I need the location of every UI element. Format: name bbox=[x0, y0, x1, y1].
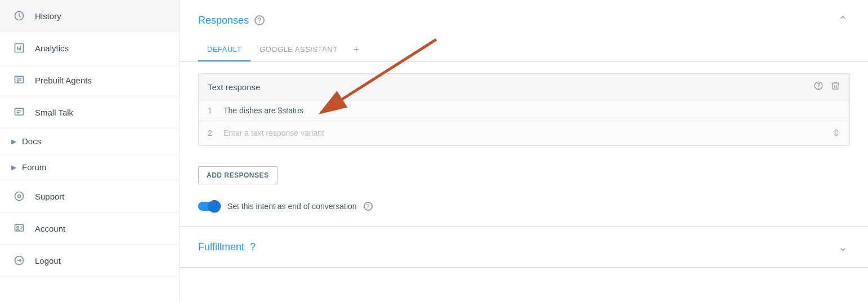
fulfillment-header: Fulfillment ? ⌄ bbox=[180, 227, 868, 267]
responses-help-icon[interactable]: ? bbox=[254, 15, 265, 25]
support-icon bbox=[11, 188, 27, 204]
chevron-right-icon: ▶ bbox=[11, 163, 16, 171]
response-card-header: Text response bbox=[199, 74, 849, 100]
sidebar-item-label: Prebuilt Agents bbox=[35, 76, 92, 85]
sidebar-item-history[interactable]: History bbox=[0, 0, 180, 32]
sidebar-item-forum[interactable]: ▶ Forum bbox=[0, 154, 180, 180]
sidebar-item-label: Forum bbox=[22, 162, 46, 172]
response-row-number-2: 2 bbox=[208, 129, 217, 138]
sidebar-item-analytics[interactable]: Analytics bbox=[0, 32, 180, 64]
sidebar-item-docs[interactable]: ▶ Docs bbox=[0, 129, 180, 154]
sidebar-item-label: History bbox=[35, 11, 61, 21]
response-row-1: 1 The dishes are $status bbox=[199, 100, 849, 121]
response-card-title: Text response bbox=[208, 82, 260, 92]
responses-title-group: Responses ? bbox=[198, 15, 265, 26]
sidebar: History Analytics Prebuilt Agents bbox=[0, 0, 180, 301]
sidebar-item-label: Support bbox=[35, 192, 65, 201]
sidebar-item-prebuilt-agents[interactable]: Prebuilt Agents bbox=[0, 64, 180, 96]
sidebar-item-support[interactable]: Support bbox=[0, 180, 180, 213]
response-help-icon[interactable] bbox=[813, 81, 824, 93]
analytics-icon bbox=[11, 40, 27, 56]
sidebar-item-small-talk[interactable]: Small Talk bbox=[0, 96, 180, 129]
logout-icon bbox=[11, 253, 27, 268]
responses-tabs: DEFAULT GOOGLE ASSISTANT + bbox=[180, 38, 868, 62]
end-of-conversation-help-icon[interactable]: ? bbox=[364, 202, 373, 211]
main-content-wrapper: Responses ? ⌃ DEFAULT GOOGLE ASSISTANT +… bbox=[180, 0, 868, 301]
sidebar-item-label: Account bbox=[35, 224, 65, 233]
sidebar-item-label: Small Talk bbox=[35, 108, 73, 117]
text-response-card: Text response bbox=[198, 73, 850, 146]
sidebar-item-label: Analytics bbox=[35, 43, 69, 53]
main-content: Responses ? ⌃ DEFAULT GOOGLE ASSISTANT +… bbox=[180, 0, 868, 268]
tab-default[interactable]: DEFAULT bbox=[198, 38, 250, 61]
response-card-actions bbox=[813, 81, 840, 93]
end-of-conversation-toggle[interactable] bbox=[198, 200, 221, 213]
response-row-2: 2 Enter a text response variant ⇕ bbox=[199, 121, 849, 145]
svg-rect-9 bbox=[15, 108, 24, 115]
svg-point-15 bbox=[17, 227, 19, 228]
response-row-spinner: ⇕ bbox=[832, 127, 840, 139]
svg-point-21 bbox=[818, 88, 819, 89]
sidebar-item-label: Logout bbox=[35, 256, 61, 265]
response-row-placeholder-2[interactable]: Enter a text response variant bbox=[223, 129, 825, 138]
responses-header: Responses ? ⌃ bbox=[180, 0, 868, 38]
fulfillment-title: Fulfillment bbox=[198, 241, 244, 253]
sidebar-item-account[interactable]: Account bbox=[0, 213, 180, 245]
responses-collapse-button[interactable]: ⌃ bbox=[836, 11, 850, 29]
prebuilt-agents-icon bbox=[11, 72, 27, 88]
add-responses-button[interactable]: ADD RESPONSES bbox=[198, 166, 278, 184]
sidebar-item-label: Docs bbox=[22, 136, 41, 146]
fulfillment-help-icon[interactable]: ? bbox=[250, 241, 256, 253]
fulfillment-expand-button[interactable]: ⌄ bbox=[836, 238, 850, 256]
end-of-conversation-label: Set this intent as end of conversation bbox=[227, 202, 357, 211]
response-row-number-1: 1 bbox=[208, 106, 217, 115]
responses-section: Responses ? ⌃ DEFAULT GOOGLE ASSISTANT +… bbox=[180, 0, 868, 227]
response-delete-icon[interactable] bbox=[830, 81, 840, 93]
small-talk-icon bbox=[11, 104, 27, 120]
sidebar-item-logout[interactable]: Logout bbox=[0, 245, 180, 277]
toggle-thumb bbox=[208, 200, 221, 213]
history-icon bbox=[11, 8, 27, 24]
response-row-text-1[interactable]: The dishes are $status bbox=[223, 106, 840, 115]
tab-add-button[interactable]: + bbox=[347, 39, 366, 60]
svg-point-13 bbox=[18, 195, 21, 198]
svg-point-12 bbox=[15, 192, 24, 201]
chevron-right-icon: ▶ bbox=[11, 138, 16, 145]
fulfillment-title-group: Fulfillment ? bbox=[198, 241, 256, 253]
end-of-conversation-toggle-row: Set this intent as end of conversation ? bbox=[180, 193, 868, 226]
tab-google-assistant[interactable]: GOOGLE ASSISTANT bbox=[250, 38, 347, 61]
account-icon bbox=[11, 220, 27, 236]
responses-title: Responses bbox=[198, 15, 249, 26]
fulfillment-section: Fulfillment ? ⌄ bbox=[180, 227, 868, 268]
